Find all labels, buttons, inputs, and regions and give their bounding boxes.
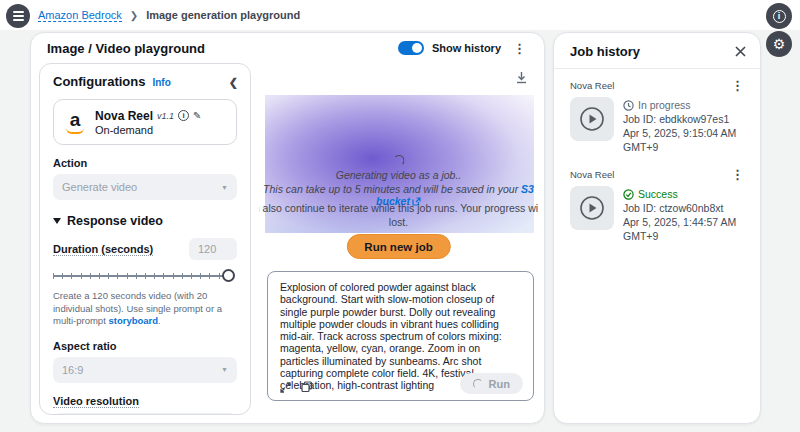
breadcrumb-current-page: Image generation playground xyxy=(146,9,300,21)
breadcrumb-separator-icon: ❯ xyxy=(130,10,138,21)
show-history-toggle[interactable] xyxy=(398,41,424,55)
configurations-info-link[interactable]: Info xyxy=(152,77,170,88)
model-card[interactable]: a Nova Reel v1.1 i ✎ On-demand xyxy=(53,99,237,145)
aspect-ratio-select[interactable]: 16:9 ▼ xyxy=(53,357,237,383)
iterate-note-line2: lost. xyxy=(259,216,538,228)
slider-thumb[interactable] xyxy=(222,269,235,282)
settings-button[interactable]: ⚙ xyxy=(766,31,792,57)
configurations-heading: Configurations xyxy=(53,74,145,89)
hamburger-menu-icon[interactable] xyxy=(6,4,30,28)
job-menu-icon[interactable]: ⋮ xyxy=(727,167,748,182)
job-history-panel: Job history Nova Reel ⋮ In progress Job … xyxy=(553,32,761,424)
job-id: Job ID: ctzow60nb8xt xyxy=(623,201,748,215)
run-spinner-icon xyxy=(473,379,483,389)
duration-slider[interactable] xyxy=(53,268,235,284)
show-history-label: Show history xyxy=(432,42,501,54)
iterate-note-line1: You can also continue to iterate while t… xyxy=(259,202,538,214)
section-expanded-icon xyxy=(53,218,61,224)
page-title: Image / Video playground xyxy=(47,41,205,56)
download-icon[interactable] xyxy=(515,71,528,84)
job-model-name: Nova Reel xyxy=(570,80,614,91)
chevron-down-icon: ▼ xyxy=(221,184,228,191)
run-button[interactable]: Run xyxy=(460,373,523,394)
duration-label: Duration (seconds) xyxy=(53,243,153,256)
amazon-logo-icon: a xyxy=(64,111,86,134)
play-icon xyxy=(579,195,605,221)
help-button[interactable]: i xyxy=(766,3,792,29)
copy-prompt-icon[interactable] xyxy=(301,381,313,393)
prompt-editor[interactable]: Explosion of colored powder against blac… xyxy=(267,271,534,401)
info-icon: i xyxy=(773,10,786,23)
job-id: Job ID: ebdkkow97es1 xyxy=(623,112,748,126)
model-version: v1.1 xyxy=(157,111,174,121)
job-timestamp: Apr 5, 2025, 9:15:04 AM GMT+9 xyxy=(623,126,748,154)
configurations-panel: Configurations Info ❮ a Nova Reel v1.1 i… xyxy=(39,63,251,415)
breadcrumb-link-bedrock[interactable]: Amazon Bedrock xyxy=(38,9,122,22)
top-navigation-bar: Amazon Bedrock ❯ Image generation playgr… xyxy=(0,0,800,30)
run-button-label: Run xyxy=(489,378,510,390)
chevron-down-icon: ▼ xyxy=(221,366,228,373)
loading-spinner-icon xyxy=(393,155,404,166)
aspect-ratio-value: 16:9 xyxy=(62,364,83,376)
job-timestamp: Apr 5, 2025, 1:44:57 AM GMT+9 xyxy=(623,215,748,243)
edit-model-icon[interactable]: ✎ xyxy=(193,110,201,121)
in-progress-icon xyxy=(623,100,634,111)
duration-input[interactable]: 120 xyxy=(189,238,237,260)
response-video-heading: Response video xyxy=(67,214,163,228)
breadcrumb: Amazon Bedrock ❯ Image generation playgr… xyxy=(38,0,300,30)
playground-menu-icon[interactable]: ⋮ xyxy=(509,41,530,56)
action-select[interactable]: Generate video ▼ xyxy=(53,174,237,200)
response-video-section-toggle[interactable]: Response video xyxy=(53,214,237,228)
generation-area: Generating video as a job.. This can tak… xyxy=(259,63,538,417)
gear-icon: ⚙ xyxy=(773,37,786,51)
playground-panel: Image / Video playground Show history ⋮ … xyxy=(30,32,545,424)
generating-status-text: Generating video as a job.. xyxy=(259,169,538,181)
play-icon xyxy=(579,106,605,132)
aspect-ratio-label: Aspect ratio xyxy=(53,340,237,352)
job-history-item[interactable]: Nova Reel ⋮ In progress Job ID: ebdkkow9… xyxy=(554,69,760,158)
playground-header: Image / Video playground Show history ⋮ xyxy=(31,33,544,63)
expand-prompt-icon[interactable] xyxy=(280,382,291,393)
success-icon xyxy=(623,189,634,200)
job-menu-icon[interactable]: ⋮ xyxy=(727,78,748,93)
job-model-name: Nova Reel xyxy=(570,169,614,180)
job-video-thumbnail[interactable] xyxy=(570,97,614,141)
job-status: In progress xyxy=(638,98,691,112)
duration-help-text: Create a 120 seconds video (with 20 indi… xyxy=(53,290,237,328)
run-new-job-button[interactable]: Run new job xyxy=(346,234,450,259)
storyboard-link[interactable]: storyboard xyxy=(108,315,158,326)
job-history-title: Job history xyxy=(570,44,640,59)
job-status: Success xyxy=(638,187,678,201)
model-info-icon[interactable]: i xyxy=(178,110,189,121)
resolution-label: Video resolution xyxy=(53,395,139,408)
action-select-value: Generate video xyxy=(62,181,137,193)
model-name: Nova Reel xyxy=(95,109,153,123)
job-video-thumbnail[interactable] xyxy=(570,186,614,230)
close-icon[interactable] xyxy=(735,46,746,57)
action-label: Action xyxy=(53,157,237,169)
job-history-item[interactable]: Nova Reel ⋮ Success Job ID: ctzow60nb8xt… xyxy=(554,158,760,247)
resolution-select[interactable]: 1280x720 ▼ xyxy=(53,413,237,416)
collapse-panel-icon[interactable]: ❮ xyxy=(229,76,238,89)
model-throughput: On-demand xyxy=(95,124,226,136)
